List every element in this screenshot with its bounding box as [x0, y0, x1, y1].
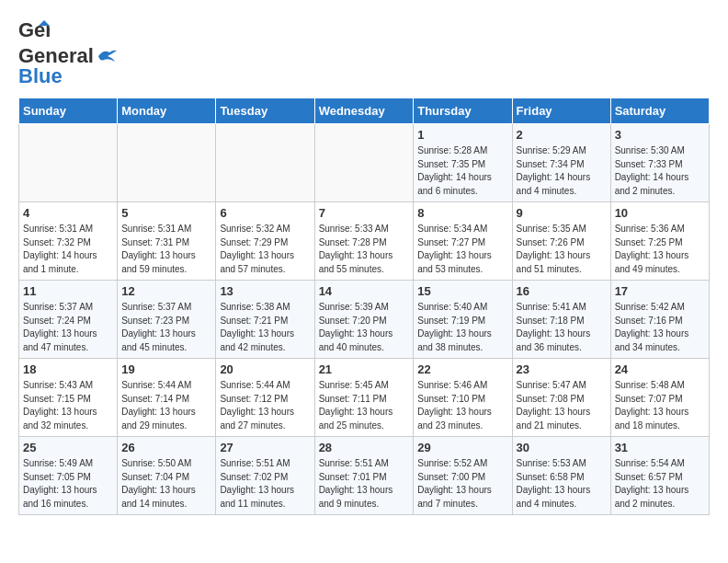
- day-info: Sunrise: 5:47 AMSunset: 7:08 PMDaylight:…: [517, 379, 607, 432]
- day-info: Sunrise: 5:30 AMSunset: 7:33 PMDaylight:…: [615, 144, 705, 198]
- calendar-cell: 13Sunrise: 5:38 AMSunset: 7:21 PMDayligh…: [216, 281, 314, 359]
- calendar-cell: 9Sunrise: 5:35 AMSunset: 7:26 PMDaylight…: [512, 202, 610, 281]
- calendar-cell: 4Sunrise: 5:31 AMSunset: 7:32 PMDaylight…: [19, 202, 118, 281]
- calendar-table: SundayMondayTuesdayWednesdayThursdayFrid…: [18, 98, 710, 515]
- day-info: Sunrise: 5:49 AMSunset: 7:05 PMDaylight:…: [23, 457, 113, 511]
- day-info: Sunrise: 5:51 AMSunset: 7:01 PMDaylight:…: [319, 457, 410, 511]
- calendar-cell: 28Sunrise: 5:51 AMSunset: 7:01 PMDayligh…: [314, 437, 414, 515]
- day-info: Sunrise: 5:48 AMSunset: 7:07 PMDaylight:…: [615, 379, 705, 432]
- calendar-week-3: 11Sunrise: 5:37 AMSunset: 7:24 PMDayligh…: [19, 281, 710, 359]
- day-number: 19: [121, 362, 211, 376]
- calendar-cell: 10Sunrise: 5:36 AMSunset: 7:25 PMDayligh…: [610, 202, 709, 281]
- calendar-cell: 2Sunrise: 5:29 AMSunset: 7:34 PMDaylight…: [512, 124, 610, 202]
- day-info: Sunrise: 5:44 AMSunset: 7:12 PMDaylight:…: [220, 379, 310, 432]
- logo-blue: Blue: [18, 64, 63, 88]
- day-info: Sunrise: 5:39 AMSunset: 7:20 PMDaylight:…: [319, 301, 410, 354]
- day-number: 4: [23, 206, 113, 220]
- day-number: 1: [417, 128, 507, 142]
- calendar-cell: 29Sunrise: 5:52 AMSunset: 7:00 PMDayligh…: [414, 437, 512, 515]
- day-number: 14: [319, 284, 410, 298]
- day-number: 8: [417, 206, 507, 220]
- calendar-cell: 8Sunrise: 5:34 AMSunset: 7:27 PMDaylight…: [414, 202, 512, 281]
- day-info: Sunrise: 5:33 AMSunset: 7:28 PMDaylight:…: [319, 223, 410, 276]
- calendar-cell: 22Sunrise: 5:46 AMSunset: 7:10 PMDayligh…: [414, 359, 512, 437]
- calendar-cell: 1Sunrise: 5:28 AMSunset: 7:35 PMDaylight…: [414, 124, 512, 202]
- calendar-header-tuesday: Tuesday: [216, 98, 314, 124]
- calendar-week-5: 25Sunrise: 5:49 AMSunset: 7:05 PMDayligh…: [19, 437, 710, 515]
- page-header: General General Blue: [18, 18, 710, 88]
- calendar-cell: 17Sunrise: 5:42 AMSunset: 7:16 PMDayligh…: [610, 281, 709, 359]
- day-number: 18: [23, 362, 113, 376]
- day-number: 5: [121, 206, 211, 220]
- calendar-cell: 21Sunrise: 5:45 AMSunset: 7:11 PMDayligh…: [314, 359, 414, 437]
- day-info: Sunrise: 5:31 AMSunset: 7:32 PMDaylight:…: [23, 223, 113, 276]
- calendar-header-saturday: Saturday: [610, 98, 709, 124]
- calendar-header-row: SundayMondayTuesdayWednesdayThursdayFrid…: [19, 98, 710, 124]
- calendar-cell: [314, 124, 414, 202]
- day-number: 16: [517, 284, 607, 298]
- day-number: 2: [517, 128, 607, 142]
- calendar-header-friday: Friday: [512, 98, 610, 124]
- calendar-cell: 26Sunrise: 5:50 AMSunset: 7:04 PMDayligh…: [118, 437, 216, 515]
- calendar-header-sunday: Sunday: [19, 98, 118, 124]
- calendar-cell: 31Sunrise: 5:54 AMSunset: 6:57 PMDayligh…: [610, 437, 709, 515]
- day-info: Sunrise: 5:37 AMSunset: 7:24 PMDaylight:…: [23, 301, 113, 354]
- calendar-cell: 6Sunrise: 5:32 AMSunset: 7:29 PMDaylight…: [216, 202, 314, 281]
- day-number: 28: [319, 441, 410, 454]
- logo-icon: General: [18, 18, 50, 44]
- day-info: Sunrise: 5:32 AMSunset: 7:29 PMDaylight:…: [220, 223, 310, 276]
- day-number: 9: [517, 206, 607, 220]
- day-info: Sunrise: 5:35 AMSunset: 7:26 PMDaylight:…: [517, 223, 607, 276]
- calendar-cell: 30Sunrise: 5:53 AMSunset: 6:58 PMDayligh…: [512, 437, 610, 515]
- calendar-cell: 20Sunrise: 5:44 AMSunset: 7:12 PMDayligh…: [216, 359, 314, 437]
- day-info: Sunrise: 5:34 AMSunset: 7:27 PMDaylight:…: [417, 223, 507, 276]
- day-number: 10: [615, 206, 705, 220]
- day-number: 7: [319, 206, 410, 220]
- day-info: Sunrise: 5:44 AMSunset: 7:14 PMDaylight:…: [121, 379, 211, 432]
- day-number: 12: [121, 284, 211, 298]
- calendar-cell: [19, 124, 118, 202]
- day-info: Sunrise: 5:53 AMSunset: 6:58 PMDaylight:…: [517, 457, 607, 511]
- day-info: Sunrise: 5:29 AMSunset: 7:34 PMDaylight:…: [517, 144, 607, 198]
- calendar-cell: [216, 124, 314, 202]
- calendar-cell: 24Sunrise: 5:48 AMSunset: 7:07 PMDayligh…: [610, 359, 709, 437]
- calendar-cell: 11Sunrise: 5:37 AMSunset: 7:24 PMDayligh…: [19, 281, 118, 359]
- calendar-cell: 16Sunrise: 5:41 AMSunset: 7:18 PMDayligh…: [512, 281, 610, 359]
- day-number: 22: [417, 362, 507, 376]
- day-info: Sunrise: 5:40 AMSunset: 7:19 PMDaylight:…: [417, 301, 507, 354]
- day-number: 20: [220, 362, 310, 376]
- calendar-cell: 15Sunrise: 5:40 AMSunset: 7:19 PMDayligh…: [414, 281, 512, 359]
- day-number: 25: [23, 441, 113, 454]
- day-number: 26: [121, 441, 211, 454]
- day-number: 6: [220, 206, 310, 220]
- day-info: Sunrise: 5:51 AMSunset: 7:02 PMDaylight:…: [220, 457, 310, 511]
- calendar-cell: 3Sunrise: 5:30 AMSunset: 7:33 PMDaylight…: [610, 124, 709, 202]
- calendar-cell: 19Sunrise: 5:44 AMSunset: 7:14 PMDayligh…: [118, 359, 216, 437]
- day-number: 13: [220, 284, 310, 298]
- day-number: 17: [615, 284, 705, 298]
- day-info: Sunrise: 5:52 AMSunset: 7:00 PMDaylight:…: [417, 457, 507, 511]
- day-info: Sunrise: 5:36 AMSunset: 7:25 PMDaylight:…: [615, 223, 705, 276]
- logo: General General Blue: [18, 18, 117, 88]
- calendar-cell: 7Sunrise: 5:33 AMSunset: 7:28 PMDaylight…: [314, 202, 414, 281]
- day-info: Sunrise: 5:43 AMSunset: 7:15 PMDaylight:…: [23, 379, 113, 432]
- calendar-week-1: 1Sunrise: 5:28 AMSunset: 7:35 PMDaylight…: [19, 124, 710, 202]
- day-number: 24: [615, 362, 705, 376]
- calendar-week-2: 4Sunrise: 5:31 AMSunset: 7:32 PMDaylight…: [19, 202, 710, 281]
- calendar-cell: 14Sunrise: 5:39 AMSunset: 7:20 PMDayligh…: [314, 281, 414, 359]
- calendar-header-thursday: Thursday: [414, 98, 512, 124]
- day-info: Sunrise: 5:54 AMSunset: 6:57 PMDaylight:…: [615, 457, 705, 511]
- calendar-cell: [118, 124, 216, 202]
- day-number: 31: [615, 441, 705, 454]
- calendar-cell: 5Sunrise: 5:31 AMSunset: 7:31 PMDaylight…: [118, 202, 216, 281]
- day-info: Sunrise: 5:38 AMSunset: 7:21 PMDaylight:…: [220, 301, 310, 354]
- calendar-cell: 18Sunrise: 5:43 AMSunset: 7:15 PMDayligh…: [19, 359, 118, 437]
- day-number: 29: [417, 441, 507, 454]
- day-info: Sunrise: 5:50 AMSunset: 7:04 PMDaylight:…: [121, 457, 211, 511]
- day-info: Sunrise: 5:42 AMSunset: 7:16 PMDaylight:…: [615, 301, 705, 354]
- day-info: Sunrise: 5:41 AMSunset: 7:18 PMDaylight:…: [517, 301, 607, 354]
- calendar-cell: 27Sunrise: 5:51 AMSunset: 7:02 PMDayligh…: [216, 437, 314, 515]
- calendar-cell: 23Sunrise: 5:47 AMSunset: 7:08 PMDayligh…: [512, 359, 610, 437]
- day-info: Sunrise: 5:46 AMSunset: 7:10 PMDaylight:…: [417, 379, 507, 432]
- day-number: 15: [417, 284, 507, 298]
